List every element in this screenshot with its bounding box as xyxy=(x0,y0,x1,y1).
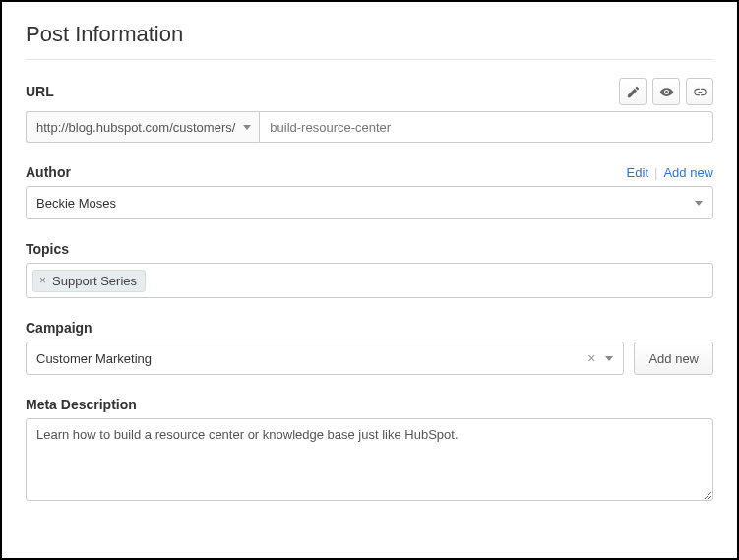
topics-label: Topics xyxy=(26,241,69,257)
topic-token-label: Support Series xyxy=(52,274,137,288)
meta-description-label: Meta Description xyxy=(26,397,137,412)
meta-description-textarea[interactable] xyxy=(26,418,713,501)
url-slug-input[interactable] xyxy=(259,111,713,143)
page-title: Post Information xyxy=(26,22,713,47)
author-select[interactable]: Beckie Moses xyxy=(26,186,713,219)
pencil-icon xyxy=(626,85,641,99)
author-actions: Edit | Add new xyxy=(627,165,713,180)
author-label: Author xyxy=(26,164,71,180)
author-field: Author Edit | Add new Beckie Moses xyxy=(26,164,713,219)
divider xyxy=(26,59,713,60)
topic-token[interactable]: × Support Series xyxy=(32,270,146,292)
campaign-field: Campaign Customer Marketing × Add new xyxy=(26,320,713,375)
link-icon-button[interactable] xyxy=(686,78,713,105)
url-domain-select[interactable]: http://blog.hubspot.com/customers/ xyxy=(26,111,259,143)
url-field: URL http://blog.hubspot.com/customers/ xyxy=(26,78,713,143)
caret-down-icon xyxy=(605,356,613,361)
edit-icon-button[interactable] xyxy=(619,78,647,105)
campaign-select[interactable]: Customer Marketing × xyxy=(26,342,624,375)
clear-campaign-icon[interactable]: × xyxy=(587,350,595,366)
campaign-label: Campaign xyxy=(26,320,92,336)
url-domain-text: http://blog.hubspot.com/customers/ xyxy=(36,120,235,135)
topics-input[interactable]: × Support Series xyxy=(26,263,713,298)
eye-icon xyxy=(659,85,674,99)
campaign-selected-value: Customer Marketing xyxy=(36,351,152,366)
topics-field: Topics × Support Series xyxy=(26,241,713,298)
author-add-new-link[interactable]: Add new xyxy=(663,165,713,180)
remove-token-icon[interactable]: × xyxy=(39,275,46,286)
separator: | xyxy=(654,165,657,180)
url-actions xyxy=(619,78,713,105)
url-input-row: http://blog.hubspot.com/customers/ xyxy=(26,111,713,143)
caret-down-icon xyxy=(243,125,251,130)
url-label: URL xyxy=(26,84,54,99)
meta-description-field: Meta Description xyxy=(26,397,713,505)
link-icon xyxy=(693,85,708,99)
author-selected-value: Beckie Moses xyxy=(36,196,116,211)
preview-icon-button[interactable] xyxy=(652,78,680,105)
author-edit-link[interactable]: Edit xyxy=(627,165,648,180)
campaign-add-new-button[interactable]: Add new xyxy=(634,342,713,375)
caret-down-icon xyxy=(695,201,703,206)
